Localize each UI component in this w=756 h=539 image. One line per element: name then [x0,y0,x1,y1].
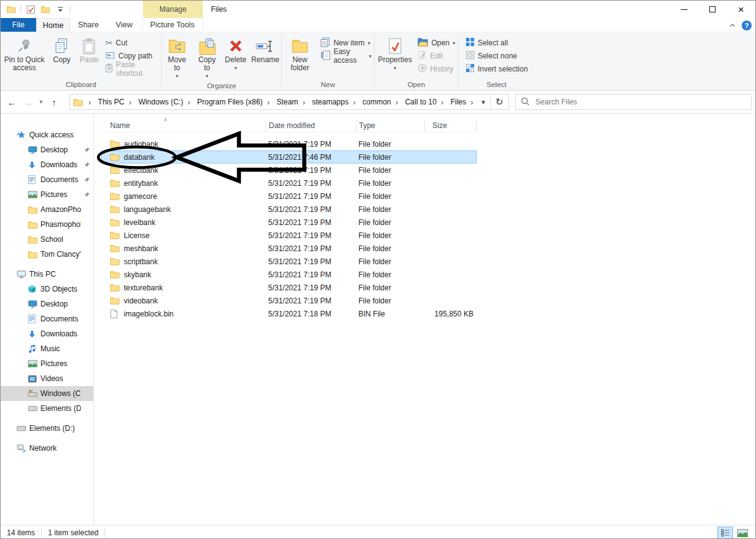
sidebar-item[interactable]: Tom Clancy's Rair [1,247,93,262]
chevron-right-icon[interactable]: › [350,98,358,107]
file-row[interactable]: License 5/31/2021 7:19 PM File folder [101,229,477,242]
sidebar-item[interactable]: Music [1,341,93,356]
file-row[interactable]: scriptbank 5/31/2021 7:19 PM File folder [101,255,477,268]
maximize-button[interactable] [698,1,727,18]
large-icons-view-button[interactable] [735,527,750,539]
cut-button[interactable]: ✂ Cut [103,37,161,48]
paste-shortcut-button[interactable]: Paste shortcut [103,63,161,75]
sidebar-item[interactable]: Phasmophobia [1,217,93,232]
chevron-right-icon[interactable]: › [393,98,401,107]
history-button[interactable]: History [415,63,457,75]
column-header-date-modified[interactable]: Date modified [266,119,357,132]
tab-share[interactable]: Share [70,18,106,32]
file-row[interactable]: audiobank 5/31/2021 7:19 PM File folder [101,137,477,150]
move-to-button[interactable]: Move to ▾ [162,35,192,81]
sidebar-item[interactable]: Pictures [1,187,93,202]
sidebar-item[interactable]: Desktop [1,297,93,311]
refresh-icon[interactable]: ↻ [491,94,508,109]
paste-button[interactable]: Paste [75,35,103,65]
sidebar-item[interactable]: Elements (D:) [1,401,93,416]
tab-view[interactable]: View [106,18,142,32]
tab-picture-tools[interactable]: Picture Tools [142,18,203,32]
sidebar-item[interactable]: This PC [1,267,93,282]
breadcrumb-item[interactable]: Windows (C:) [134,98,184,106]
file-row[interactable]: meshbank 5/31/2021 7:19 PM File folder [101,242,477,255]
chevron-right-icon[interactable]: › [126,98,134,107]
select-all-button[interactable]: Select all [463,37,531,48]
sidebar-item[interactable]: Pictures [1,356,93,371]
copy-to-button[interactable]: Copy to ▾ [192,35,222,81]
file-row[interactable]: effectbank 5/31/2021 7:19 PM File folder [101,164,477,177]
rename-button[interactable]: Rename [250,35,281,65]
recent-locations-chevron-icon[interactable]: ▼ [37,94,45,109]
sidebar-item[interactable]: Elements (D:) [1,421,93,436]
breadcrumb-item[interactable]: This PC [94,98,126,106]
breadcrumb-item[interactable]: Steam [273,98,299,106]
sidebar-item[interactable]: Videos [1,371,93,386]
breadcrumb-item[interactable]: common [359,98,393,106]
sidebar-item[interactable]: Network [1,441,93,456]
minimize-button[interactable] [670,1,698,18]
address-box[interactable]: › This PC › Windows (C:) › Program Files… [69,94,509,110]
column-header-type[interactable]: Type [357,119,425,132]
file-row[interactable]: entitybank 5/31/2021 7:19 PM File folder [101,177,477,190]
collapse-ribbon-icon[interactable] [729,22,735,29]
tab-home[interactable]: Home [36,18,70,32]
file-row[interactable]: languagebank 5/31/2021 7:19 PM File fold… [101,203,477,216]
properties-button[interactable]: Properties ▾ [375,35,415,73]
forward-icon[interactable]: → [21,94,35,109]
pin-to-quick-access-button[interactable]: Pin to Quick access [1,35,48,73]
file-row[interactable]: videobank 5/31/2021 7:19 PM File folder [101,294,477,307]
new-folder-button[interactable]: New folder [282,35,318,73]
breadcrumb-item[interactable]: Call to 10 [401,98,438,106]
sidebar-item[interactable]: Windows (C:) [1,386,93,401]
sidebar-item[interactable]: AmazonPhotos [1,202,93,217]
address-dropdown-chevron-icon[interactable]: ▼ [477,99,490,106]
column-header-size[interactable]: Size [425,119,477,132]
close-button[interactable]: × [727,1,755,18]
chevron-right-icon[interactable]: › [438,98,447,107]
open-button[interactable]: Open ▾ [415,37,457,48]
up-icon[interactable]: ↑ [47,94,62,109]
file-row[interactable]: gamecore 5/31/2021 7:19 PM File folder [101,190,477,203]
folder-icon[interactable] [6,3,17,16]
breadcrumb-item[interactable]: Files [447,98,467,106]
file-row[interactable]: databank 5/31/2021 7:46 PM File folder [101,150,477,164]
properties-check-icon[interactable] [25,3,36,16]
tab-file[interactable]: File [1,18,36,32]
column-header-name[interactable]: Name [101,119,266,132]
folder-icon[interactable] [40,3,51,16]
sidebar-item[interactable]: Desktop [1,142,93,157]
invert-selection-button[interactable]: Invert selection [463,63,531,75]
file-row[interactable]: skybank 5/31/2021 7:19 PM File folder [101,268,477,281]
details-view-button[interactable] [717,527,733,539]
chevron-right-icon[interactable]: › [184,98,193,107]
sidebar-item-label: Downloads [40,329,81,338]
search-box[interactable] [515,94,752,110]
back-icon[interactable]: ← [4,94,19,109]
chevron-right-icon[interactable]: › [467,98,476,107]
sidebar-item[interactable]: Documents [1,311,93,326]
breadcrumb-item[interactable]: steamapps [308,98,350,106]
select-none-button[interactable]: Select none [463,50,531,62]
file-row[interactable]: imageblock.bin 5/31/2021 7:18 PM BIN Fil… [101,307,477,320]
edit-button[interactable]: Edit [415,50,457,62]
sidebar-item[interactable]: School [1,232,93,247]
chevron-right-icon[interactable]: › [264,98,273,107]
chevron-right-icon[interactable]: › [299,98,308,107]
sidebar-item[interactable]: 3D Objects [1,282,93,297]
sidebar-item[interactable]: Quick access [1,127,93,142]
copy-to-icon [198,36,217,56]
easy-access-button[interactable]: Easy access ▾ [318,50,374,62]
breadcrumb-item[interactable]: Program Files (x86) [194,98,264,106]
customize-toolbar-dropdown-icon[interactable] [55,3,66,16]
help-icon[interactable]: ? [742,21,752,30]
sidebar-item[interactable]: Downloads [1,326,93,341]
search-input[interactable] [534,97,746,107]
copy-button[interactable]: Copy [48,35,75,65]
file-row[interactable]: levelbank 5/31/2021 7:19 PM File folder [101,216,477,229]
sidebar-item[interactable]: Documents [1,172,93,187]
sidebar-item[interactable]: Downloads [1,157,93,172]
file-row[interactable]: texturebank 5/31/2021 7:19 PM File folde… [101,281,477,294]
delete-button[interactable]: Delete ▾ [222,35,250,73]
